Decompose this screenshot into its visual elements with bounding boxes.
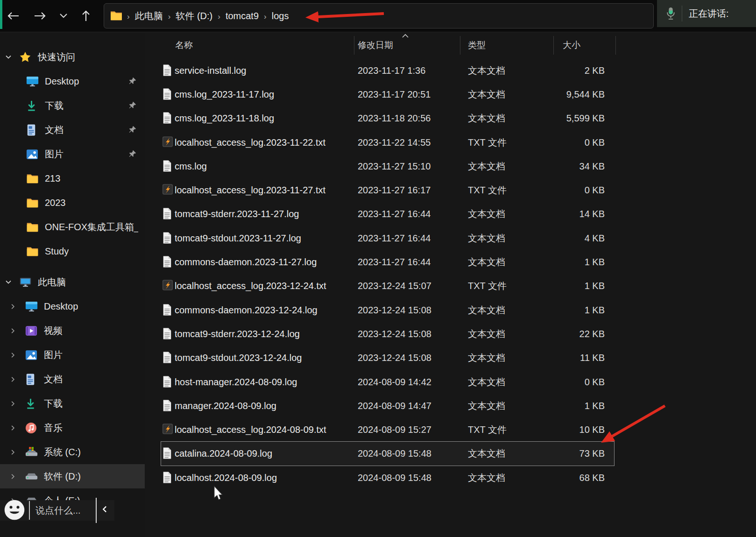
file-modified: 2023-11-27 16:17 xyxy=(358,185,431,196)
sidebar-item-0-5[interactable]: 2023 xyxy=(0,191,145,215)
pin-icon xyxy=(128,76,138,85)
sidebar-item-0-0[interactable]: Desktop xyxy=(0,69,145,93)
comment-input[interactable]: 说点什么... xyxy=(35,504,81,517)
file-row-15[interactable]: localhost_access_log.2024-08-09.txt2024-… xyxy=(161,417,614,441)
doc-icon xyxy=(162,375,173,389)
emoji-button-icon[interactable] xyxy=(4,499,25,521)
breadcrumb-item-3[interactable]: logs xyxy=(268,11,293,21)
doc-icon xyxy=(162,88,173,101)
column-divider[interactable] xyxy=(460,36,460,55)
sidebar-item-0-7[interactable]: Study xyxy=(0,239,145,263)
sidebar-item-1-0[interactable]: Desktop xyxy=(0,294,145,318)
address-bar[interactable]: ›此电脑›软件 (D:)›tomcat9›logs xyxy=(104,3,654,28)
column-divider[interactable] xyxy=(615,36,616,55)
column-divider[interactable] xyxy=(354,36,354,55)
file-row-2[interactable]: cms.log_2023-11-18.log2023-11-18 20:56文本… xyxy=(161,106,614,130)
file-row-12[interactable]: tomcat9-stdout.2023-12-24.log2023-12-24 … xyxy=(161,346,614,370)
file-row-9[interactable]: localhost_access_log.2023-12-24.txt2023-… xyxy=(161,274,614,298)
file-row-10[interactable]: commons-daemon.2023-12-24.log2023-12-24 … xyxy=(161,298,614,322)
file-name: tomcat9-stderr.2023-11-27.log xyxy=(175,209,299,219)
breadcrumb-item-1[interactable]: 软件 (D:) xyxy=(172,11,216,21)
file-size: 10 KB xyxy=(521,424,605,435)
file-row-14[interactable]: manager.2024-08-09.log2024-08-09 14:47文本… xyxy=(161,394,614,417)
column-divider[interactable] xyxy=(553,36,554,55)
up-button[interactable] xyxy=(77,7,95,25)
file-size: 9,544 KB xyxy=(521,89,605,99)
breadcrumb-item-0[interactable]: 此电脑 xyxy=(131,11,167,21)
video-icon xyxy=(25,325,38,336)
sidebar-item-0-2[interactable]: 文档 xyxy=(0,118,145,142)
sidebar-item-1-7[interactable]: 软件 (D:) xyxy=(0,464,145,488)
sidebar-item-0-3[interactable]: 图片 xyxy=(0,142,145,166)
expand-icon[interactable] xyxy=(9,473,18,480)
expand-icon[interactable] xyxy=(9,424,18,431)
file-row-13[interactable]: host-manager.2024-08-09.log2024-08-09 14… xyxy=(161,370,614,394)
file-row-3[interactable]: localhost_access_log.2023-11-22.txt2023-… xyxy=(161,130,614,154)
file-modified: 2024-08-09 15:48 xyxy=(358,472,431,483)
collapse-section-icon[interactable] xyxy=(5,53,13,61)
file-row-16[interactable]: catalina.2024-08-09.log2024-08-09 15:48文… xyxy=(161,442,614,466)
sidebar-item-1-2[interactable]: 图片 xyxy=(0,343,145,367)
document-icon xyxy=(26,124,39,136)
file-name: localhost_access_log.2024-08-09.txt xyxy=(175,424,326,435)
expand-icon[interactable] xyxy=(9,327,18,334)
column-header-size[interactable]: 大小 xyxy=(563,39,580,51)
sidebar-item-0-1[interactable]: 下载 xyxy=(0,93,145,118)
sidebar-item-0-6[interactable]: ONE-FOX集成工具箱_V6 xyxy=(0,215,145,239)
sidebar-item-1-4[interactable]: 下载 xyxy=(0,391,145,416)
breadcrumb-item-2[interactable]: tomcat9 xyxy=(222,11,262,21)
file-size: 14 KB xyxy=(521,209,605,219)
file-type: 文本文档 xyxy=(468,232,505,244)
expand-icon[interactable] xyxy=(9,352,18,359)
expand-icon[interactable] xyxy=(9,376,18,383)
forward-button[interactable] xyxy=(31,7,49,25)
file-row-6[interactable]: tomcat9-stderr.2023-11-27.log2023-11-27 … xyxy=(161,202,614,226)
column-header-modified[interactable]: 修改日期 xyxy=(358,39,393,51)
file-size: 1 KB xyxy=(521,400,605,411)
file-name: commons-daemon.2023-12-24.log xyxy=(175,304,318,315)
file-row-4[interactable]: cms.log2023-11-27 15:10文本文档34 KB xyxy=(161,154,614,178)
column-header-name[interactable]: 名称 xyxy=(175,39,193,51)
file-row-1[interactable]: cms.log_2023-11-17.log2023-11-17 20:51文本… xyxy=(161,82,614,106)
file-row-7[interactable]: tomcat9-stdout.2023-11-27.log2023-11-27 … xyxy=(161,226,614,250)
sidebar-section-label: 快速访问 xyxy=(38,51,75,64)
file-name: localhost.2024-08-09.log xyxy=(175,472,277,483)
file-size: 22 KB xyxy=(521,328,605,339)
expand-icon[interactable] xyxy=(9,400,18,407)
file-row-11[interactable]: tomcat9-stderr.2023-12-24.log2023-12-24 … xyxy=(161,322,614,346)
sidebar-item-label: Desktop xyxy=(45,76,79,87)
file-modified: 2023-12-24 15:08 xyxy=(358,328,431,339)
drive-icon xyxy=(25,472,38,481)
sidebar-item-1-3[interactable]: 文档 xyxy=(0,367,145,391)
doc-icon xyxy=(162,232,173,245)
expand-icon[interactable] xyxy=(9,303,18,310)
collapse-section-icon[interactable] xyxy=(5,278,13,286)
star-icon xyxy=(19,51,32,63)
sidebar-section-0[interactable]: 快速访问 xyxy=(0,45,145,69)
doc-icon xyxy=(162,304,173,317)
file-size: 1 KB xyxy=(521,281,605,291)
file-size: 4 KB xyxy=(521,233,605,243)
sidebar-item-label: Study xyxy=(45,246,69,257)
back-button[interactable] xyxy=(4,7,22,25)
recent-locations-button[interactable] xyxy=(54,7,73,25)
sidebar-section-1[interactable]: 此电脑 xyxy=(0,270,145,294)
file-row-5[interactable]: localhost_access_log.2023-11-27.txt2023-… xyxy=(161,178,614,202)
expand-icon[interactable] xyxy=(9,449,18,456)
file-row-8[interactable]: commons-daemon.2023-11-27.log2023-11-27 … xyxy=(161,250,614,274)
file-row-0[interactable]: service-install.log2023-11-17 1:36文本文档2 … xyxy=(161,58,614,82)
sidebar-item-1-6[interactable]: 系统 (C:) xyxy=(0,440,145,464)
collapse-button-icon[interactable] xyxy=(101,505,109,513)
sidebar-item-1-5[interactable]: 音乐 xyxy=(0,416,145,440)
file-size: 0 KB xyxy=(521,137,605,148)
file-name: catalina.2024-08-09.log xyxy=(175,448,272,459)
sidebar-item-0-4[interactable]: 213 xyxy=(0,166,145,191)
sidebar-item-1-1[interactable]: 视频 xyxy=(0,318,145,343)
file-modified: 2023-11-27 16:44 xyxy=(358,209,431,219)
column-header-type[interactable]: 类型 xyxy=(468,39,486,51)
desktop-icon xyxy=(25,301,38,312)
music-icon xyxy=(25,422,38,434)
file-row-17[interactable]: localhost.2024-08-09.log2024-08-09 15:48… xyxy=(161,466,614,489)
file-modified: 2024-08-09 15:27 xyxy=(358,424,431,435)
file-name: manager.2024-08-09.log xyxy=(175,400,276,411)
